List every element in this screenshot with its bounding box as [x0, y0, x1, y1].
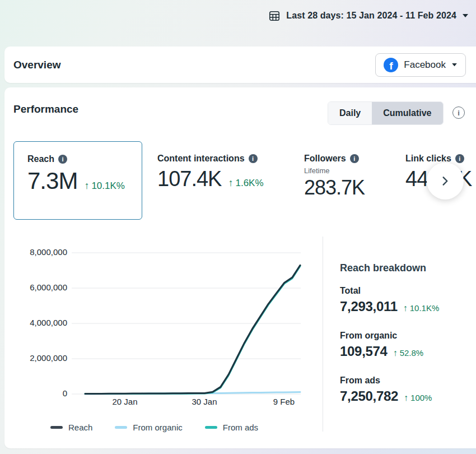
breakdown-value: 7,250,782 [340, 388, 398, 404]
breakdown-item-total: Total 7,293,011 ↑ 10.1K% [340, 286, 474, 314]
up-arrow-icon: ↑ [404, 393, 408, 403]
page-selector-label: Facebook [404, 59, 446, 71]
legend-swatch-ads [205, 426, 217, 429]
section-title: Performance [13, 103, 78, 115]
breakdown-value: 7,293,011 [340, 299, 398, 314]
metric-label: Content interactions [157, 154, 245, 164]
up-arrow-icon: ↑ [393, 348, 398, 358]
legend-item-reach[interactable]: Reach [50, 423, 92, 432]
y-axis-tick: 6,000,000 [11, 282, 67, 294]
y-axis-tick: 4,000,000 [11, 318, 67, 329]
info-icon[interactable]: i [455, 154, 464, 163]
vertical-divider [323, 237, 323, 432]
info-icon[interactable]: i [350, 154, 359, 163]
metric-value: 107.4K [157, 167, 221, 191]
reach-line-chart [72, 247, 307, 415]
tab-cumulative[interactable]: Cumulative [372, 102, 442, 124]
breakdown-item-from-organic: From organic 109,574 ↑ 52.8% [340, 331, 474, 359]
tab-daily[interactable]: Daily [328, 102, 372, 124]
chart-legend: Reach From organic From ads [50, 423, 258, 432]
performance-card: Performance Daily Cumulative i Reach i 7… [4, 87, 476, 448]
metric-value-partial: 44 [405, 167, 428, 191]
info-icon[interactable]: i [58, 155, 67, 164]
facebook-logo-icon: f [384, 58, 398, 72]
view-toggle: Daily Cumulative [328, 101, 444, 125]
x-axis-tick: 9 Feb [256, 397, 312, 408]
overview-header: Overview f Facebook [4, 47, 476, 83]
metric-delta: ↑ 1.6K% [228, 177, 263, 189]
breakdown-value: 109,574 [340, 344, 388, 359]
chevron-down-icon [462, 13, 469, 18]
carousel-next-button[interactable] [427, 163, 464, 200]
breakdown-item-from-ads: From ads 7,250,782 ↑ 100% [340, 376, 474, 404]
performance-info-icon[interactable]: i [452, 106, 465, 119]
up-arrow-icon: ↑ [84, 180, 89, 192]
date-range-label: Last 28 days: 15 Jan 2024 - 11 Feb 2024 [286, 11, 456, 21]
chevron-right-icon [439, 175, 451, 187]
metric-value: 283.7K [304, 176, 365, 200]
y-axis-tick: 0 [11, 388, 67, 400]
legend-swatch-reach [50, 426, 63, 429]
metric-label: Followers [304, 154, 346, 164]
legend-item-from-organic[interactable]: From organic [115, 423, 182, 432]
date-range-selector[interactable]: Last 28 days: 15 Jan 2024 - 11 Feb 2024 [0, 0, 476, 31]
info-icon[interactable]: i [249, 154, 258, 163]
y-axis-tick: 8,000,000 [11, 247, 67, 258]
metric-label: Reach [27, 154, 54, 164]
calendar-icon [268, 10, 281, 22]
legend-item-from-ads[interactable]: From ads [205, 423, 258, 432]
metric-delta: ↑ 10.1K% [84, 180, 125, 192]
breakdown-delta: ↑ 100% [404, 393, 432, 403]
up-arrow-icon: ↑ [403, 303, 408, 313]
x-axis-tick: 30 Jan [176, 397, 232, 408]
metric-card-followers[interactable]: Followers i Lifetime 283.7K [304, 154, 365, 200]
breakdown-delta: ↑ 10.1K% [403, 303, 440, 313]
chevron-down-icon [451, 63, 458, 67]
legend-swatch-organic [115, 426, 127, 429]
metric-sublabel: Lifetime [304, 166, 365, 175]
up-arrow-icon: ↑ [228, 177, 233, 189]
page-selector-button[interactable]: f Facebook [375, 53, 466, 77]
breakdown-delta: ↑ 52.8% [393, 348, 424, 358]
breakdown-title: Reach breakdown [340, 262, 426, 274]
page-title: Overview [13, 59, 61, 71]
x-axis-tick: 20 Jan [97, 397, 153, 408]
y-axis-tick: 2,000,000 [11, 353, 67, 364]
metric-value: 7.3M [27, 168, 77, 194]
metric-card-reach[interactable]: Reach i 7.3M ↑ 10.1K% [13, 141, 142, 220]
metric-card-content-interactions[interactable]: Content interactions i 107.4K ↑ 1.6K% [157, 154, 264, 191]
